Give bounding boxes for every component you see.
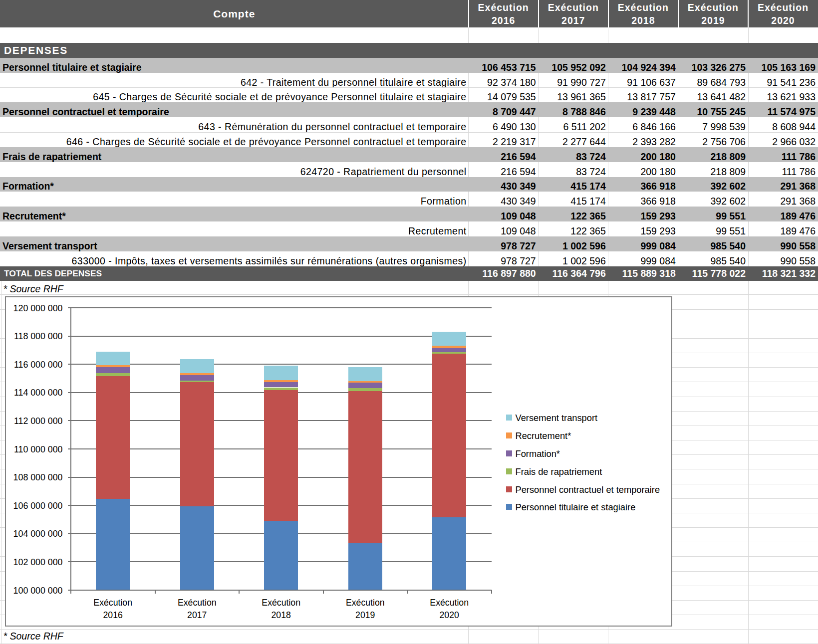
svg-text:2019: 2019 (355, 610, 375, 620)
svg-text:120 000 000: 120 000 000 (13, 303, 62, 313)
svg-text:Exécution: Exécution (345, 598, 384, 608)
svg-text:Exécution: Exécution (430, 598, 469, 608)
svg-text:Personnel titulaire et stagiai: Personnel titulaire et stagiaire (515, 502, 635, 512)
svg-text:2018: 2018 (271, 610, 291, 620)
svg-text:2017: 2017 (187, 610, 207, 620)
svg-text:114 000 000: 114 000 000 (13, 388, 62, 398)
svg-text:Personnel contractuel et tempo: Personnel contractuel et temporaire (515, 484, 660, 495)
svg-text:Exécution: Exécution (93, 598, 132, 608)
svg-text:102 000 000: 102 000 000 (13, 557, 62, 567)
svg-text:Exécution: Exécution (262, 598, 300, 608)
svg-text:Recrutement*: Recrutement* (515, 430, 571, 441)
svg-text:100 000 000: 100 000 000 (13, 586, 62, 596)
svg-text:2016: 2016 (103, 610, 123, 620)
svg-text:Versement transport: Versement transport (515, 413, 597, 423)
svg-text:Frais de rapatriement: Frais de rapatriement (515, 466, 602, 477)
svg-text:Formation*: Formation* (515, 448, 559, 459)
svg-text:110 000 000: 110 000 000 (13, 444, 62, 454)
svg-text:106 000 000: 106 000 000 (13, 501, 62, 511)
svg-text:118 000 000: 118 000 000 (13, 331, 62, 341)
svg-text:112 000 000: 112 000 000 (13, 416, 62, 426)
svg-text:Exécution: Exécution (177, 598, 216, 608)
svg-text:116 000 000: 116 000 000 (13, 360, 62, 370)
svg-text:104 000 000: 104 000 000 (13, 529, 62, 539)
svg-text:2020: 2020 (439, 610, 459, 620)
svg-text:108 000 000: 108 000 000 (13, 472, 62, 482)
